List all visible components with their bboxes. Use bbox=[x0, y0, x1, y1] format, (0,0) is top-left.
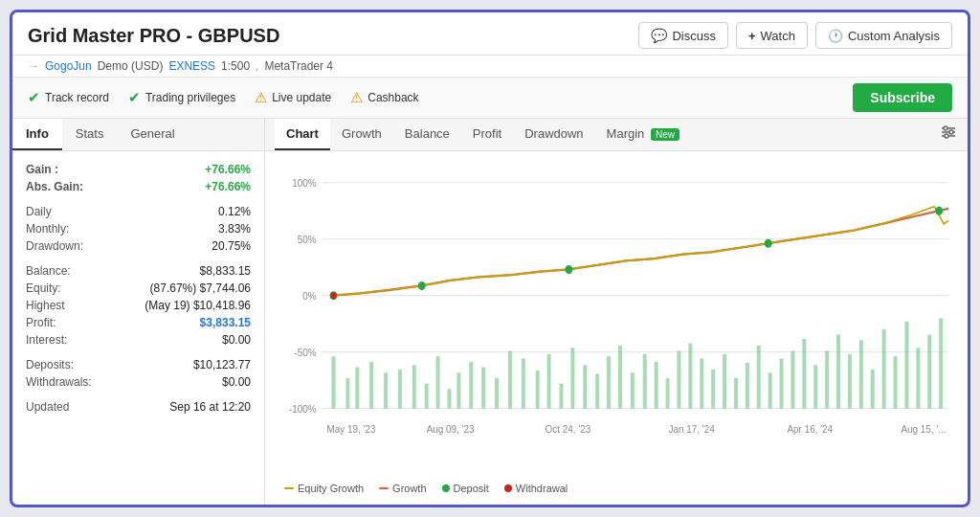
new-badge: New bbox=[651, 128, 679, 141]
svg-text:Apr 16, '24: Apr 16, '24 bbox=[788, 422, 834, 435]
withdrawals-value: $0.00 bbox=[222, 375, 251, 389]
svg-point-76 bbox=[565, 265, 572, 274]
svg-text:-100%: -100% bbox=[289, 403, 317, 416]
stat-highest: Highest (May 19) $10,418.96 bbox=[26, 297, 251, 314]
tab-info[interactable]: Info bbox=[12, 119, 62, 150]
svg-rect-67 bbox=[871, 370, 875, 409]
drawdown-label: Drawdown: bbox=[26, 239, 83, 253]
svg-text:100%: 100% bbox=[292, 177, 317, 190]
stat-abs-gain: Abs. Gain: +76.66% bbox=[26, 178, 251, 195]
svg-rect-55 bbox=[734, 378, 738, 409]
live-update-label: Live update bbox=[272, 91, 331, 104]
meta-row: → GogoJun Demo (USD) EXNESS 1:500 , Meta… bbox=[12, 56, 968, 78]
header-actions: 💬 Discuss + Watch 🕐 Custom Analysis bbox=[638, 22, 952, 49]
svg-rect-59 bbox=[780, 358, 784, 408]
svg-rect-65 bbox=[848, 354, 852, 409]
stat-withdrawals: Withdrawals: $0.00 bbox=[26, 373, 251, 391]
svg-rect-66 bbox=[859, 340, 863, 408]
tab-stats[interactable]: Stats bbox=[62, 119, 118, 150]
svg-rect-52 bbox=[700, 358, 703, 408]
chart-legend: Equity Growth Growth Deposit Withdrawal bbox=[275, 479, 958, 498]
warn-icon-live: ⚠ bbox=[255, 89, 267, 106]
stat-balance: Balance: $8,833.15 bbox=[26, 262, 251, 280]
trading-privileges-item: ✔ Trading privileges bbox=[128, 89, 235, 106]
interest-value: $0.00 bbox=[222, 333, 251, 347]
broker-link[interactable]: EXNESS bbox=[168, 59, 215, 73]
legend-deposit: Deposit bbox=[442, 483, 489, 494]
chart-svg: 100% 50% 0% -50% -100% May 19, '23 Aug 0… bbox=[275, 161, 958, 476]
header: Grid Master PRO - GBPUSD 💬 Discuss + Wat… bbox=[12, 12, 968, 56]
svg-rect-46 bbox=[631, 372, 635, 408]
custom-analysis-button[interactable]: 🕐 Custom Analysis bbox=[815, 22, 952, 49]
svg-rect-57 bbox=[757, 346, 761, 409]
profit-value: $3,833.15 bbox=[200, 316, 251, 329]
svg-rect-37 bbox=[522, 358, 525, 408]
chart-area: 100% 50% 0% -50% -100% May 19, '23 Aug 0… bbox=[265, 151, 968, 505]
withdrawal-dot-icon bbox=[504, 484, 512, 492]
svg-rect-49 bbox=[666, 378, 670, 409]
equity-value: (87.67%) $7,744.06 bbox=[150, 281, 251, 295]
legend-withdrawal: Withdrawal bbox=[504, 483, 568, 494]
tab-general[interactable]: General bbox=[117, 119, 188, 150]
stat-profit: Profit: $3,833.15 bbox=[26, 314, 251, 331]
check-icon-track: ✔ bbox=[28, 89, 40, 106]
svg-rect-41 bbox=[570, 348, 574, 409]
stat-gain: Gain : +76.66% bbox=[26, 161, 251, 178]
svg-rect-60 bbox=[791, 351, 794, 409]
daily-value: 0.12% bbox=[218, 205, 251, 218]
svg-rect-54 bbox=[723, 354, 726, 409]
svg-rect-44 bbox=[607, 356, 611, 408]
chart-tabs-row: Chart Growth Balance Profit Drawdown Mar… bbox=[265, 119, 968, 151]
chart-tab-profit[interactable]: Profit bbox=[461, 119, 513, 150]
equity-label: Equity: bbox=[26, 281, 61, 295]
gain-value: +76.66% bbox=[205, 163, 251, 176]
svg-text:Jan 17, '24: Jan 17, '24 bbox=[669, 422, 715, 435]
chart-tab-margin[interactable]: Margin New bbox=[595, 119, 691, 150]
svg-rect-72 bbox=[927, 335, 931, 409]
svg-rect-33 bbox=[469, 362, 473, 409]
status-bar: ✔ Track record ✔ Trading privileges ⚠ Li… bbox=[12, 78, 968, 119]
trading-privileges-label: Trading privileges bbox=[145, 91, 235, 104]
svg-rect-62 bbox=[813, 365, 817, 408]
main-content: Info Stats General Gain : +76.66% Abs. G… bbox=[12, 119, 968, 505]
svg-rect-28 bbox=[412, 365, 416, 408]
chart-tab-drawdown[interactable]: Drawdown bbox=[513, 119, 594, 150]
arrow-icon: → bbox=[28, 59, 39, 73]
svg-point-78 bbox=[935, 207, 943, 215]
abs-gain-label: Abs. Gain: bbox=[26, 180, 83, 193]
svg-text:Oct 24, '23: Oct 24, '23 bbox=[546, 422, 591, 435]
chart-tab-balance[interactable]: Balance bbox=[393, 119, 461, 150]
svg-rect-26 bbox=[384, 372, 388, 408]
interest-label: Interest: bbox=[26, 333, 67, 347]
svg-rect-40 bbox=[560, 384, 564, 409]
chart-tab-chart[interactable]: Chart bbox=[275, 119, 330, 150]
left-panel: Info Stats General Gain : +76.66% Abs. G… bbox=[12, 119, 265, 505]
deposit-dot-icon bbox=[442, 484, 450, 492]
user-link[interactable]: GogoJun bbox=[45, 59, 92, 73]
stat-updated: Updated Sep 16 at 12:20 bbox=[26, 398, 251, 416]
subscribe-button[interactable]: Subscribe bbox=[853, 83, 952, 112]
svg-rect-47 bbox=[643, 354, 647, 409]
svg-point-4 bbox=[949, 130, 953, 134]
stat-interest: Interest: $0.00 bbox=[26, 331, 251, 348]
svg-rect-73 bbox=[939, 319, 943, 409]
svg-rect-38 bbox=[536, 371, 540, 409]
svg-rect-69 bbox=[894, 356, 898, 408]
svg-text:Aug 09, '23: Aug 09, '23 bbox=[427, 422, 475, 435]
settings-icon[interactable] bbox=[939, 123, 958, 146]
right-panel: Chart Growth Balance Profit Drawdown Mar… bbox=[265, 119, 968, 505]
monthly-value: 3.83% bbox=[218, 222, 251, 236]
svg-point-5 bbox=[945, 134, 948, 138]
discuss-button[interactable]: 💬 Discuss bbox=[638, 22, 728, 49]
svg-rect-35 bbox=[495, 378, 499, 409]
page-title: Grid Master PRO - GBPUSD bbox=[28, 25, 279, 47]
svg-rect-36 bbox=[508, 351, 512, 409]
live-update-item: ⚠ Live update bbox=[255, 89, 331, 106]
stat-daily: Daily 0.12% bbox=[26, 203, 251, 220]
account-type: Demo (USD) bbox=[98, 59, 164, 73]
chart-tab-growth[interactable]: Growth bbox=[330, 119, 393, 150]
monthly-label: Monthly: bbox=[26, 222, 69, 236]
watch-button[interactable]: + Watch bbox=[736, 22, 808, 49]
svg-point-77 bbox=[765, 239, 772, 248]
stat-monthly: Monthly: 3.83% bbox=[26, 220, 251, 237]
